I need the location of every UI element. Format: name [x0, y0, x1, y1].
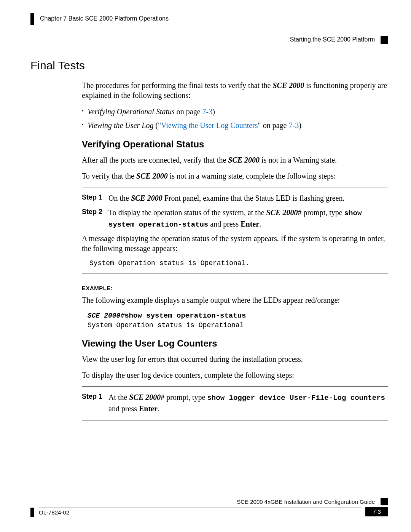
- body-paragraph: View the user log for errors that occurr…: [82, 354, 388, 364]
- header-chapter-row: Chapter 7 Basic SCE 2000 Platform Operat…: [30, 15, 388, 25]
- section-label: Starting the SCE 2000 Platform: [290, 36, 375, 43]
- body-paragraph: After all the ports are connected, verif…: [82, 155, 388, 165]
- divider: [82, 273, 388, 273]
- body-paragraph: A message displaying the operation statu…: [82, 233, 388, 253]
- step-content: On the SCE 2000 Front panel, examine tha…: [108, 193, 388, 203]
- footer: SCE 2000 4xGBE Installation and Configur…: [30, 498, 388, 517]
- code-output: System Operation status is Operational.: [89, 259, 388, 267]
- intro-paragraph: The procedures for performing the final …: [82, 80, 388, 100]
- example-label: EXAMPLE:: [82, 285, 388, 291]
- step-content: To display the operation status of the s…: [108, 207, 388, 230]
- step-label: Step 1: [82, 392, 108, 414]
- bullet-dot-icon: •: [82, 107, 84, 115]
- step-row: Step 2 To display the operation status o…: [82, 207, 388, 230]
- step-label: Step 2: [82, 207, 108, 230]
- section-heading: Verifying Operational Status: [82, 139, 388, 150]
- chapter-label: Chapter 7 Basic SCE 2000 Platform Operat…: [40, 15, 169, 22]
- divider: [82, 420, 388, 420]
- section-heading: Viewing the User Log Counters: [82, 338, 388, 349]
- xref-link[interactable]: Viewing the User Log Counters: [161, 121, 258, 129]
- body-paragraph: To verify that the SCE 2000 is not in a …: [82, 171, 388, 181]
- header-black-box: [381, 36, 388, 44]
- body-paragraph: To display the user log device counters,…: [82, 370, 388, 380]
- bullet-list: • Verifying Operational Status on page 7…: [82, 106, 388, 131]
- step-content: At the SCE 2000# prompt, type show logge…: [108, 392, 388, 414]
- bullet-dot-icon: •: [82, 121, 84, 129]
- header-left-bar: [30, 13, 34, 25]
- bullet-item: • Verifying Operational Status on page 7…: [82, 106, 388, 117]
- step-row: Step 1 On the SCE 2000 Front panel, exam…: [82, 193, 388, 203]
- footer-doc-id: OL-7824-02: [39, 509, 69, 516]
- bullet-item: • Viewing the User Log ("Viewing the Use…: [82, 120, 388, 131]
- header-section-row: Starting the SCE 2000 Platform: [30, 36, 388, 44]
- step-row: Step 1 At the SCE 2000# prompt, type sho…: [82, 392, 388, 414]
- code-block: SCE 2000#show system operation-status Sy…: [88, 311, 388, 330]
- footer-page-number: 7-3: [365, 507, 388, 516]
- xref-link[interactable]: 7-3: [202, 107, 213, 116]
- divider: [82, 187, 388, 187]
- page-title: Final Tests: [30, 59, 388, 72]
- step-label: Step 1: [82, 193, 108, 203]
- body-paragraph: The following example displays a sample …: [82, 295, 388, 305]
- footer-black-box: [381, 498, 388, 505]
- divider: [82, 386, 388, 387]
- xref-link[interactable]: 7-3: [288, 121, 299, 129]
- footer-guide-title: SCE 2000 4xGBE Installation and Configur…: [237, 498, 375, 505]
- footer-left-bar: [30, 508, 34, 517]
